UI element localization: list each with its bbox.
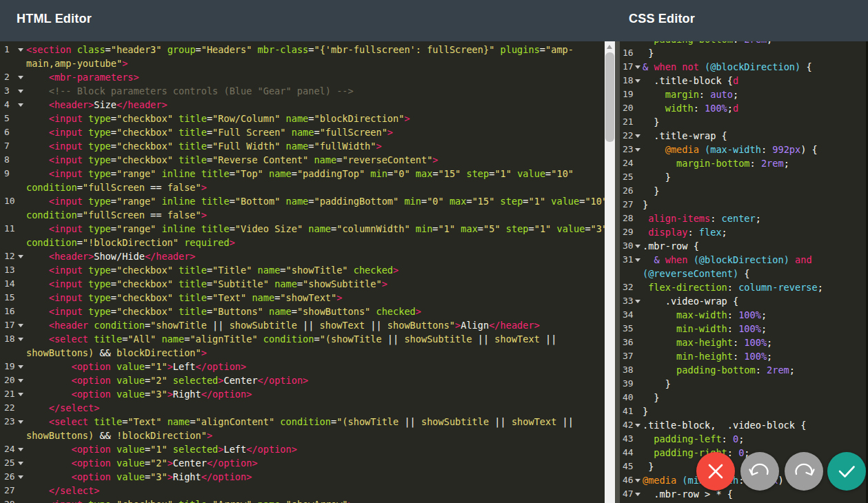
code-line[interactable]: condition="fullScreen == false"> [0,181,605,194]
line-number: 17 [4,318,15,332]
code-line[interactable]: 26 <option value="3">Right</option> [0,470,605,484]
fold-arrow-icon[interactable] [18,475,23,479]
code-line[interactable]: 7 <input type="checkbox" title="Full Wid… [0,139,605,153]
fold-arrow-icon[interactable] [18,76,23,79]
code-line[interactable]: 8 <input type="checkbox" title="Reverse … [0,153,605,167]
html-editor-panel[interactable]: 1<section class="header3" group="Headers… [0,41,605,503]
code-line[interactable]: 27} [620,198,866,212]
fold-arrow-icon[interactable] [635,300,640,303]
fold-arrow-icon[interactable] [635,424,640,427]
code-line[interactable]: padding-bottom: 2rem; [620,41,866,46]
code-line[interactable]: 4 <header>Size</header> [0,98,605,112]
fold-arrow-icon[interactable] [18,103,23,107]
undo-button[interactable] [740,452,779,491]
code-line[interactable]: 17& when not (@blockDirection) { [620,60,866,74]
code-line[interactable]: 17 <header condition="showTitle || showS… [0,318,605,332]
fold-arrow-icon[interactable] [635,493,640,496]
fold-arrow-icon[interactable] [18,90,23,93]
code-line[interactable]: 10 <input type="range" inline title="Bot… [0,194,605,208]
fold-arrow-icon[interactable] [18,255,23,258]
code-line[interactable]: 16 <input type="checkbox" title="Buttons… [0,305,605,318]
code-line[interactable]: 24 <option value="1" selected>Left</opti… [0,442,605,456]
code-line[interactable]: 37 min-height: 100%; [620,349,866,363]
code-line[interactable]: 41} [620,404,866,418]
fold-arrow-icon[interactable] [18,420,23,424]
html-editor-scrollbar[interactable] [605,41,615,503]
code-line[interactable]: 40 } [620,391,866,404]
code-line[interactable]: 22 </select> [0,401,605,415]
code-line[interactable]: 22 .title-wrap { [620,129,866,143]
code-line[interactable]: main,amp-youtube"> [0,57,605,70]
code-line[interactable]: 5 <input type="checkbox" title="Row/Colu… [0,112,605,125]
scrollbar-thumb[interactable] [605,52,614,142]
code-line[interactable]: 21 } [620,115,866,129]
code-line[interactable]: showButtons) && !blockDirection"> [0,429,605,442]
fold-arrow-icon[interactable] [18,462,23,465]
code-line[interactable]: 20 <option value="2" selected>Center</op… [0,373,605,387]
fold-arrow-icon[interactable] [635,134,640,138]
discard-button[interactable] [696,452,735,491]
code-line[interactable]: 19 margin: auto; [620,88,866,101]
css-code-area[interactable]: padding-bottom: 2rem;16 }17& when not (@… [620,41,866,503]
code-line[interactable]: showButtons) && blockDirection"> [0,346,605,360]
code-line[interactable]: 38 padding-bottom: 2rem; [620,363,866,377]
code-line[interactable]: 42.title-block, .video-block { [620,418,866,432]
html-code-area[interactable]: 1<section class="header3" group="Headers… [0,43,605,503]
code-line[interactable]: 18 .title-block {d [620,74,866,88]
fold-arrow-icon[interactable] [18,393,23,396]
code-line[interactable]: 30.mbr-row { [620,239,866,253]
fold-arrow-icon[interactable] [635,258,640,262]
code-line[interactable]: 19 <option value="1">Left</option> [0,360,605,373]
code-line[interactable]: 3 <!-- Block parameters controls (Blue "… [0,84,605,98]
code-line[interactable]: 25 <option value="2">Center</option> [0,456,605,470]
code-line[interactable]: 18 <select title="All" name="alignTitle"… [0,332,605,346]
scroll-up-arrow-icon[interactable] [607,45,612,49]
code-line[interactable]: condition="!blockDirection" required> [0,236,605,249]
code-line[interactable]: (@reverseContent) { [620,267,866,280]
code-line[interactable]: 21 <option value="3">Right</option> [0,387,605,401]
code-line[interactable]: 27 </select> [0,484,605,497]
code-line[interactable]: 2 <mbr-parameters> [0,70,605,84]
fold-arrow-icon[interactable] [635,65,640,69]
code-line[interactable]: 34 max-width: 100%; [620,308,866,322]
code-line[interactable]: 11 <input type="range" inline title="Vid… [0,222,605,236]
fold-arrow-icon[interactable] [635,245,640,248]
fold-arrow-icon[interactable] [18,365,23,369]
code-line[interactable]: 14 <input type="checkbox" title="Subtitl… [0,277,605,291]
code-line[interactable]: 28 <input type="checkbox" title="Arrow" … [0,497,605,503]
code-line[interactable]: 12 <header>Show/Hide</header> [0,249,605,263]
code-line[interactable]: 20 width: 100%;d [620,101,866,115]
code-line[interactable]: 39 } [620,377,866,391]
fold-arrow-icon[interactable] [18,379,23,382]
code-line[interactable]: 26 } [620,184,866,198]
apply-button[interactable] [827,452,866,491]
redo-button[interactable] [785,452,823,491]
code-line[interactable]: 36 max-height: 100%; [620,336,866,349]
code-line[interactable]: condition="fullScreen == false"> [0,208,605,222]
fold-arrow-icon[interactable] [18,338,23,341]
code-line[interactable]: 16 } [620,46,866,60]
code-line[interactable]: 33 .video-wrap { [620,294,866,308]
fold-arrow-icon[interactable] [635,479,640,482]
code-line[interactable]: 29 display: flex; [620,225,866,239]
fold-arrow-icon[interactable] [635,79,640,83]
code-line[interactable]: 23 <select title="Text" name="alignConte… [0,415,605,429]
code-line[interactable]: 25 } [620,170,866,184]
code-line[interactable]: 6 <input type="checkbox" title="Full Scr… [0,125,605,139]
code-line[interactable]: 15 <input type="checkbox" title="Text" n… [0,291,605,305]
css-editor-panel[interactable]: padding-bottom: 2rem;16 }17& when not (@… [620,41,866,503]
fold-arrow-icon[interactable] [635,148,640,152]
code-line[interactable]: 1<section class="header3" group="Headers… [0,43,605,57]
code-line[interactable]: 35 min-width: 100%; [620,322,866,336]
code-line[interactable]: 9 <input type="range" inline title="Top"… [0,167,605,181]
code-line[interactable]: 24 margin-bottom: 2rem; [620,156,866,170]
fold-arrow-icon[interactable] [18,448,23,451]
code-line[interactable]: 13 <input type="checkbox" title="Title" … [0,263,605,277]
fold-arrow-icon[interactable] [18,48,23,52]
code-line[interactable]: 28 align-items: center; [620,212,866,225]
code-line[interactable]: 43 padding-left: 0; [620,432,866,446]
code-line[interactable]: 32 flex-direction: column-reverse; [620,280,866,294]
code-line[interactable]: 23 @media (max-width: 992px) { [620,143,866,156]
fold-arrow-icon[interactable] [18,324,23,327]
code-line[interactable]: 31 & when (@blockDirection) and [620,253,866,267]
